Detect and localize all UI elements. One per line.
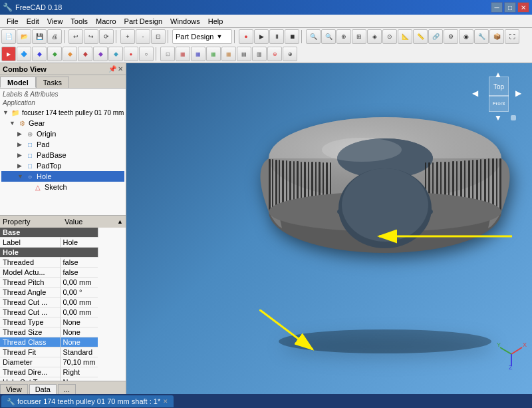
- tb-view7[interactable]: 📐: [398, 29, 412, 44]
- combo-view-controls: 📌 ✕: [108, 65, 123, 73]
- tb2-16[interactable]: ▤: [237, 47, 251, 61]
- tb-view2[interactable]: 🔍: [321, 29, 336, 44]
- tb-open[interactable]: 📂: [17, 29, 31, 44]
- tb2-11[interactable]: ⊡: [160, 47, 175, 61]
- tree-root[interactable]: ▼ 📁 focuser 174 teeth pulley 01 70 mm sh…: [1, 107, 124, 118]
- tb-new[interactable]: 📄: [1, 29, 16, 44]
- menu-tools[interactable]: Tools: [66, 16, 92, 27]
- tb2-4[interactable]: ◆: [47, 47, 62, 61]
- tb2-8[interactable]: ◆: [108, 47, 123, 61]
- tb-view1[interactable]: 🔍: [306, 29, 321, 44]
- tb-save[interactable]: 💾: [32, 29, 47, 44]
- tree-padtop[interactable]: ▶ □ PadTop: [1, 160, 124, 171]
- tb2-14[interactable]: ▦: [206, 47, 221, 61]
- tab-model[interactable]: Model: [0, 77, 36, 88]
- combo-close[interactable]: ✕: [118, 65, 123, 73]
- tb-view8[interactable]: 📏: [413, 29, 428, 44]
- prop-label: Label: [0, 238, 60, 248]
- maximize-button[interactable]: □: [504, 2, 516, 13]
- prop-thread-angle: Thread Angle: [0, 288, 60, 298]
- arrow-svg-2: [259, 309, 392, 363]
- tb-view4[interactable]: ⊞: [352, 29, 366, 44]
- tb2-15[interactable]: ▦: [221, 47, 236, 61]
- workbench-dropdown[interactable]: Part Design ▼: [172, 29, 232, 44]
- tree-origin[interactable]: ▶ ⊕ Origin: [1, 128, 124, 139]
- tb2-17[interactable]: ▥: [252, 47, 267, 61]
- svg-text:Y: Y: [497, 341, 501, 348]
- padbase-arrow: ▶: [17, 152, 25, 158]
- tree-padbase[interactable]: ▶ □ PadBase: [1, 150, 124, 160]
- tb-view3[interactable]: ⊕: [336, 29, 351, 44]
- combo-pin[interactable]: 📌: [108, 65, 116, 73]
- tb-view14[interactable]: ⛶: [505, 29, 519, 44]
- tb2-7[interactable]: ◆: [93, 47, 108, 61]
- tb2-19[interactable]: ⊕: [283, 47, 297, 61]
- padtop-icon: □: [25, 161, 35, 170]
- prop-row-threaded: Threaded false: [0, 258, 98, 268]
- menu-file[interactable]: File: [3, 16, 23, 27]
- tb-view13[interactable]: 📦: [489, 29, 504, 44]
- tree-hole[interactable]: ▼ ○ Hole: [1, 171, 124, 182]
- tree-sketch[interactable]: △ Sketch: [1, 182, 124, 192]
- tb-zoom-in[interactable]: +: [120, 29, 135, 44]
- menu-windows[interactable]: Windows: [166, 16, 204, 27]
- tb-pause[interactable]: ⏸: [269, 29, 284, 44]
- menu-view[interactable]: View: [43, 16, 67, 27]
- minimize-button[interactable]: ─: [491, 2, 503, 13]
- prop-row-thread-pitch: Thread Pitch 0,00 mm: [0, 278, 98, 288]
- tab-data[interactable]: Data: [29, 384, 57, 394]
- tb2-3[interactable]: ◆: [32, 47, 47, 61]
- svg-text:Z: Z: [509, 364, 513, 369]
- tree-pad[interactable]: ▶ □ Pad: [1, 139, 124, 150]
- tb-view6[interactable]: ⊙: [382, 29, 397, 44]
- tb2-10[interactable]: ○: [139, 47, 154, 61]
- padtop-label: PadTop: [37, 162, 61, 170]
- tb-redo[interactable]: ↪: [84, 29, 98, 44]
- tb-view11[interactable]: ◉: [459, 29, 473, 44]
- tb-zoom-out[interactable]: -: [136, 29, 150, 44]
- nav-arrow-right[interactable]: ▶: [515, 89, 521, 98]
- tb2-18[interactable]: ⊕: [267, 47, 282, 61]
- value-col-header: Value: [65, 218, 82, 226]
- tb-print[interactable]: 🖨: [47, 29, 62, 44]
- tb-view10[interactable]: ⚙: [444, 29, 458, 44]
- tb-sep1: [64, 30, 66, 43]
- tb2-13[interactable]: ▦: [191, 47, 205, 61]
- titlebar-controls: ─ □ ✕: [491, 2, 529, 13]
- combo-view-header: Combo View 📌 ✕: [0, 63, 126, 75]
- property-panel-header: Property Value ▲: [0, 216, 126, 228]
- tab-view[interactable]: View: [0, 384, 28, 394]
- prop-scroll-btn[interactable]: ▲: [117, 218, 123, 225]
- file-tab[interactable]: 🔧 focuser 174 teeth pulley 01 70 mm shaf…: [1, 395, 174, 407]
- menu-edit[interactable]: Edit: [23, 16, 43, 27]
- menu-help[interactable]: Help: [204, 16, 227, 27]
- origin-arrow: ▶: [17, 130, 25, 137]
- tb-view5[interactable]: ◈: [367, 29, 382, 44]
- tb2-2[interactable]: 🔷: [17, 47, 31, 61]
- menu-part-design[interactable]: Part Design: [120, 16, 166, 27]
- tree-gear[interactable]: ▼ ⚙ Gear: [1, 118, 124, 128]
- close-button[interactable]: ✕: [517, 2, 529, 13]
- tb-sphere[interactable]: ●: [239, 29, 253, 44]
- tb2-6[interactable]: ◆: [78, 47, 92, 61]
- tb-view9[interactable]: 🔗: [428, 29, 443, 44]
- tb2-9[interactable]: ●: [124, 47, 138, 61]
- tb2-12[interactable]: ▦: [176, 47, 190, 61]
- svg-rect-1: [272, 159, 273, 211]
- tb-undo[interactable]: ↩: [68, 29, 83, 44]
- tb-refresh[interactable]: ⟳: [99, 29, 114, 44]
- tb-view12[interactable]: 🔧: [474, 29, 489, 44]
- tb-fit[interactable]: ⊡: [151, 29, 166, 44]
- nav-arrow-left[interactable]: ◀: [472, 89, 478, 98]
- file-tab-close[interactable]: ✕: [163, 398, 168, 405]
- tab-tasks[interactable]: Tasks: [36, 77, 69, 88]
- tb-stop[interactable]: ⏹: [285, 29, 299, 44]
- tb-sep6: [156, 47, 158, 61]
- tb2-5[interactable]: ◆: [63, 47, 77, 61]
- tb-play[interactable]: ▶: [254, 29, 269, 44]
- tab-more[interactable]: ...: [58, 384, 76, 394]
- nav-cube-top[interactable]: Top: [489, 77, 509, 97]
- menu-macro[interactable]: Macro: [92, 16, 120, 27]
- viewport[interactable]: ▲ ◀ Top Front ▶ ▼: [126, 63, 532, 394]
- tb2-1[interactable]: ▶: [1, 47, 16, 61]
